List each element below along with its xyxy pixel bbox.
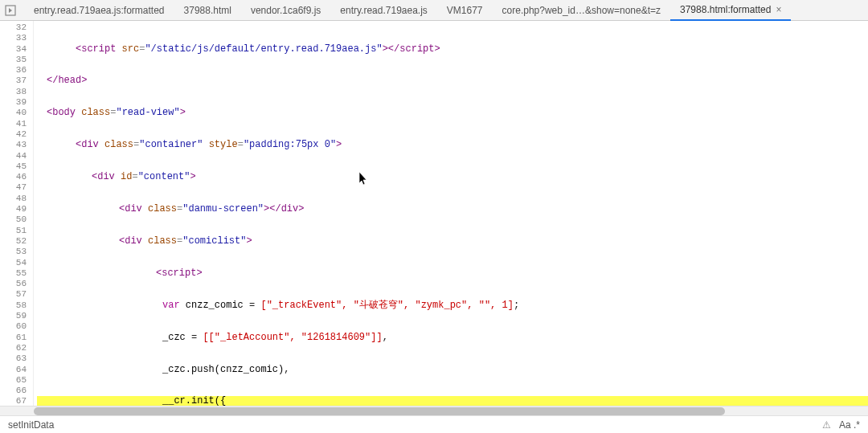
line-gutter: 3233343536373839404142434445464748495051…	[0, 21, 34, 406]
tabs-bar: entry.read.719aea.js:formatted 37988.htm…	[0, 0, 868, 21]
close-icon[interactable]: ×	[776, 4, 781, 15]
status-match-mode[interactable]: Aa .*	[839, 419, 860, 431]
tab-core-php[interactable]: core.php?web_id…&show=none&t=z	[493, 1, 670, 20]
code-line: <script src="/static/js/default/entry.re…	[37, 44, 868, 55]
status-bar: setInitData ⚠ Aa .*	[0, 415, 868, 433]
code-line: <div class="container" style="padding:75…	[37, 140, 868, 150]
tab-entry-read-formatted[interactable]: entry.read.719aea.js:formatted	[24, 1, 174, 20]
mouse-cursor	[325, 161, 334, 176]
code-line: _czc.push(cnzz_comic),	[37, 365, 868, 375]
horizontal-scrollbar[interactable]	[0, 406, 868, 415]
status-text: setInitData	[8, 419, 54, 431]
code-line: <div class="danmu-screen"></div>	[37, 204, 868, 214]
code-content[interactable]: <script src="/static/js/default/entry.re…	[34, 21, 868, 406]
scrollbar-thumb[interactable]	[34, 407, 725, 415]
code-area: 3233343536373839404142434445464748495051…	[0, 21, 868, 406]
code-line-highlighted: __cr.init({	[37, 396, 868, 406]
code-line: _czc = [["_letAccount", "1261814609"]],	[37, 333, 868, 343]
tab-vendor-js[interactable]: vendor.1ca6f9.js	[241, 1, 330, 20]
code-line: <div class="comiclist">	[37, 236, 868, 247]
nav-icon[interactable]	[5, 5, 16, 16]
code-line: <body class="read-view">	[37, 108, 868, 118]
code-line: <script>	[37, 268, 868, 279]
warning-icon[interactable]: ⚠	[822, 419, 831, 431]
tab-vm1677[interactable]: VM1677	[437, 1, 493, 20]
code-line: </head>	[37, 76, 868, 86]
tab-entry-read-js[interactable]: entry.read.719aea.js	[330, 1, 437, 20]
code-line: var cnzz_comic = ["_trackEvent", "斗破苍穹",…	[37, 300, 868, 311]
code-line: <div id="content">	[37, 172, 868, 182]
tab-37988-formatted[interactable]: 37988.html:formatted×	[670, 0, 791, 21]
tab-37988-html[interactable]: 37988.html	[174, 1, 241, 20]
